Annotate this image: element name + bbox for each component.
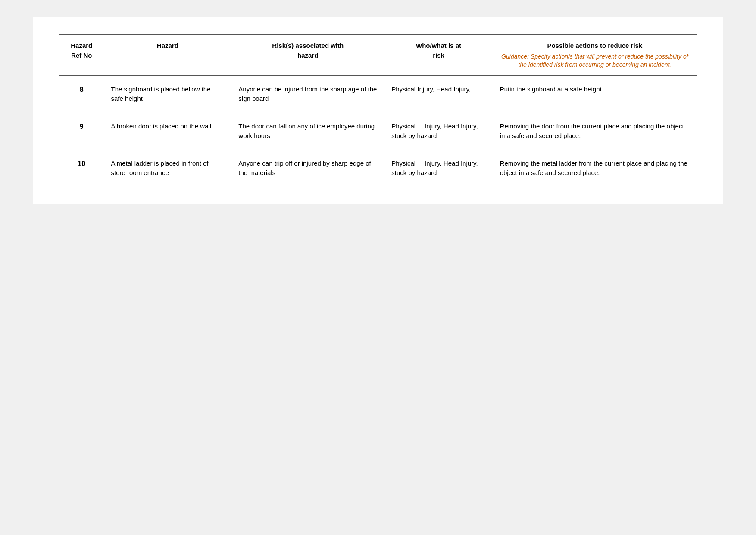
header-ref-no: Hazard Ref No xyxy=(59,35,104,76)
row8-hazard: The signboard is placed bellow the safe … xyxy=(104,75,231,113)
page-container: Hazard Ref No Hazard Risk(s) associated … xyxy=(33,17,723,204)
row9-ref: 9 xyxy=(59,113,104,150)
row8-risk: Anyone can be injured from the sharp age… xyxy=(231,75,384,113)
row10-actions: Removing the metal ladder from the curre… xyxy=(493,150,697,187)
row9-actions: Removing the door from the current place… xyxy=(493,113,697,150)
header-risk: Risk(s) associated withhazard xyxy=(231,35,384,76)
header-actions: Possible actions to reduce risk Guidance… xyxy=(493,35,697,76)
row10-risk: Anyone can trip off or injured by sharp … xyxy=(231,150,384,187)
row10-who: Physical Injury, Head Injury, stuck by h… xyxy=(384,150,493,187)
header-hazard: Hazard xyxy=(104,35,231,76)
table-row: 8 The signboard is placed bellow the saf… xyxy=(59,75,697,113)
row10-hazard: A metal ladder is placed in front of sto… xyxy=(104,150,231,187)
row9-risk: The door can fall on any office employee… xyxy=(231,113,384,150)
risk-assessment-table: Hazard Ref No Hazard Risk(s) associated … xyxy=(59,34,697,187)
row9-who: Physical Injury, Head Injury, stuck by h… xyxy=(384,113,493,150)
row10-ref: 10 xyxy=(59,150,104,187)
table-row: 10 A metal ladder is placed in front of … xyxy=(59,150,697,187)
header-who: Who/what is atrisk xyxy=(384,35,493,76)
row8-actions: Putin the signboard at a safe height xyxy=(493,75,697,113)
table-row: 9 A broken door is placed on the wall Th… xyxy=(59,113,697,150)
row8-ref: 8 xyxy=(59,75,104,113)
row9-hazard: A broken door is placed on the wall xyxy=(104,113,231,150)
row8-who: Physical Injury, Head Injury, xyxy=(384,75,493,113)
